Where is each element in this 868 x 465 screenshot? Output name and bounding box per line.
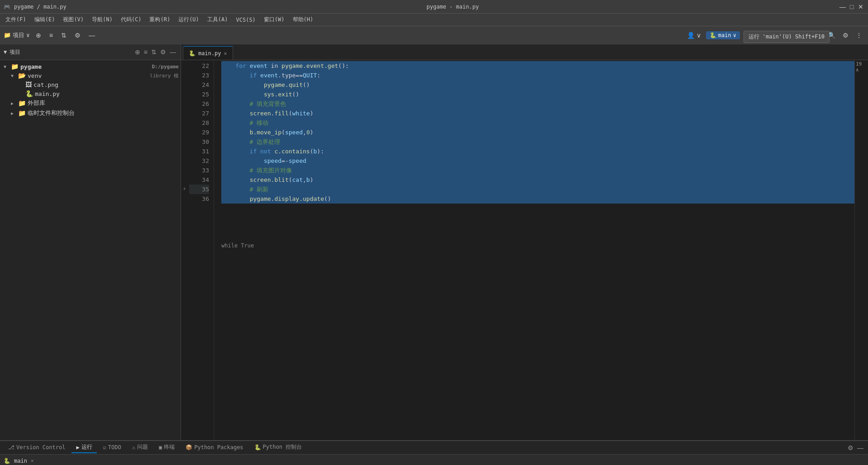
breadcrumb-chevron: ∨ <box>26 32 30 38</box>
window-title: pygame - main.py <box>427 4 479 10</box>
sidebar-sort-button[interactable]: ⇅ <box>150 47 157 57</box>
gutter-line-22 <box>181 60 189 70</box>
settings-gear-button[interactable]: ⚙ <box>72 30 83 40</box>
tab-todo[interactable]: ☑ TODO <box>99 442 126 453</box>
tab-python-icon: 🐍 <box>189 50 196 57</box>
maximize-button[interactable]: □ <box>848 3 855 10</box>
tab-version-control[interactable]: ⎇ Version Control <box>4 442 70 453</box>
packages-icon: 📦 <box>186 444 192 451</box>
line-num-40 <box>189 232 209 242</box>
code-content[interactable]: for event in pygame.event.get(): if even… <box>214 60 854 440</box>
hide-sidebar-button[interactable]: — <box>86 30 97 40</box>
menu-run[interactable]: 运行(U) <box>175 15 203 24</box>
expand-icon: ▶ <box>11 101 18 106</box>
code-line-36: pygame.display.update() <box>221 194 854 204</box>
gutter-line-32 <box>181 155 189 165</box>
file-python-icon: 🐍 <box>25 90 33 97</box>
more-button[interactable]: ⋮ <box>854 30 864 40</box>
breadcrumb-project-icon: 📁 <box>4 32 11 38</box>
menu-navigate[interactable]: 导航(N) <box>88 15 116 24</box>
menu-window[interactable]: 窗口(W) <box>260 15 288 24</box>
tab-terminal[interactable]: ▣ 终端 <box>154 442 179 453</box>
menu-edit[interactable]: 编辑(E) <box>31 15 59 24</box>
code-line-33: # 填充图片对像 <box>221 166 854 175</box>
menu-help[interactable]: 帮助(H) <box>289 15 317 24</box>
tree-item-external-libs[interactable]: ▶ 📁 外部库 <box>0 98 181 108</box>
menu-code[interactable]: 代码(C) <box>117 15 145 24</box>
settings-icon-button[interactable]: ⚙ <box>847 443 854 452</box>
gutter-line-39 <box>181 222 189 231</box>
gutter-line-23 <box>181 70 189 79</box>
code-line-24: pygame.quit() <box>221 80 854 90</box>
expand-all-button[interactable]: ⇅ <box>59 30 69 40</box>
toolbar-left: 📁 项目 ∨ ⊕ ≡ ⇅ ⚙ — <box>4 30 97 40</box>
tab-problems[interactable]: ⚠ 问题 <box>128 442 153 453</box>
expand-icon: ▼ <box>11 73 18 78</box>
terminal-icon: ▣ <box>159 444 162 451</box>
tab-run[interactable]: ▶ 运行 <box>72 442 96 453</box>
line-num-28: 28 <box>189 118 209 128</box>
editor-tab-mainpy[interactable]: 🐍 main.py ✕ <box>183 46 233 60</box>
sidebar: ▼ 项目 ⊕ ≡ ⇅ ⚙ — ▼ 📁 pygame D:/pygame ▼ <box>0 44 181 440</box>
tree-root-pygame[interactable]: ▼ 📁 pygame D:/pygame <box>0 62 181 71</box>
tree-item-scratches[interactable]: ▶ 📁 临时文件和控制台 <box>0 108 181 118</box>
collapse-all-button[interactable]: ≡ <box>47 30 55 40</box>
line-num-23: 23 <box>189 71 209 80</box>
file-image-icon: 🖼 <box>25 81 32 88</box>
code-editor[interactable]: ⏵ 22 23 24 25 26 27 28 29 30 31 32 33 <box>181 60 868 440</box>
line-num-25: 25 <box>189 90 209 99</box>
menu-file[interactable]: 文件(F) <box>2 15 30 24</box>
title-bar-left: 🎮 pygame / main.py <box>4 4 67 10</box>
menu-tools[interactable]: 工具(A) <box>204 15 232 24</box>
close-button[interactable]: ✕ <box>857 3 864 10</box>
run-tab-icon: 🐍 <box>4 458 10 464</box>
menu-vcs[interactable]: VCS(S) <box>233 16 259 24</box>
run-config-selector[interactable]: 🐍 main ∨ <box>706 31 740 39</box>
folder-icon: 📁 <box>18 109 26 117</box>
line-num-35: 35 <box>189 185 209 194</box>
line-num-33: 33 <box>189 166 209 175</box>
tree-item-mainpy[interactable]: 🐍 main.py <box>0 89 181 98</box>
menu-refactor[interactable]: 重构(R) <box>146 15 174 24</box>
sidebar-collapse-button[interactable]: ≡ <box>143 47 148 57</box>
sidebar-settings-button[interactable]: ⚙ <box>159 47 167 57</box>
tree-item-venv[interactable]: ▼ 📂 venv library 根 <box>0 71 181 80</box>
title-bar-breadcrumb: pygame / main.py <box>14 4 67 10</box>
title-bar-actions: — □ ✕ <box>839 3 864 10</box>
toolbar: 📁 项目 ∨ ⊕ ≡ ⇅ ⚙ — 👤 ∨ 🐍 main ∨ ▶ 🔨 🐛 📊 ⏱ … <box>0 26 868 44</box>
sidebar-hide-button[interactable]: — <box>169 47 177 57</box>
run-tooltip: 运行 'main'(U) Shift+F10 <box>744 31 830 43</box>
breadcrumb: 📁 项目 ∨ <box>4 31 30 39</box>
tab-close-icon[interactable]: ✕ <box>224 50 227 57</box>
line-num-26: 26 <box>189 99 209 109</box>
settings-button[interactable]: ⚙ <box>840 30 851 40</box>
tree-item-sublabel: library 根 <box>150 72 179 79</box>
line-num-39 <box>189 223 209 232</box>
code-line-29: b.move_ip(speed,0) <box>221 128 854 137</box>
sidebar-locate-button[interactable]: ⊕ <box>134 47 141 57</box>
gutter-line-33 <box>181 165 189 174</box>
menu-bar: 文件(F) 编辑(E) 视图(V) 导航(N) 代码(C) 重构(R) 运行(U… <box>0 14 868 26</box>
gutter-line-29 <box>181 127 189 136</box>
menu-view[interactable]: 视图(V) <box>59 15 87 24</box>
run-panel-content: 🐍 main ✕ ▶ ↑ ■ ⚙ ⊞ ≡ 🗑 ⋮ <box>0 455 868 465</box>
run-tab-close-icon[interactable]: ✕ <box>31 458 34 464</box>
line-num-27: 27 <box>189 109 209 118</box>
tab-python-packages[interactable]: 📦 Python Packages <box>181 442 248 453</box>
bottom-tab-actions: ⚙ — <box>847 443 864 452</box>
locate-file-button[interactable]: ⊕ <box>33 30 43 40</box>
tree-item-catpng[interactable]: 🖼 cat.png <box>0 80 181 89</box>
hide-panel-button[interactable]: — <box>856 443 864 452</box>
gutter-line-25 <box>181 89 189 98</box>
gutter: ⏵ <box>181 60 189 440</box>
gutter-line-34 <box>181 174 189 184</box>
tab-python-console[interactable]: 🐍 Python 控制台 <box>250 442 307 453</box>
run-config-name: main <box>718 32 731 38</box>
user-avatar-button[interactable]: 👤 ∨ <box>685 30 703 40</box>
line-num-31: 31 <box>189 147 209 156</box>
code-line-31: if not c.contains(b): <box>221 147 854 156</box>
expand-icon: ▼ <box>4 64 11 69</box>
code-line-38 <box>221 213 854 223</box>
line-num-32: 32 <box>189 156 209 166</box>
minimize-button[interactable]: — <box>839 3 846 10</box>
